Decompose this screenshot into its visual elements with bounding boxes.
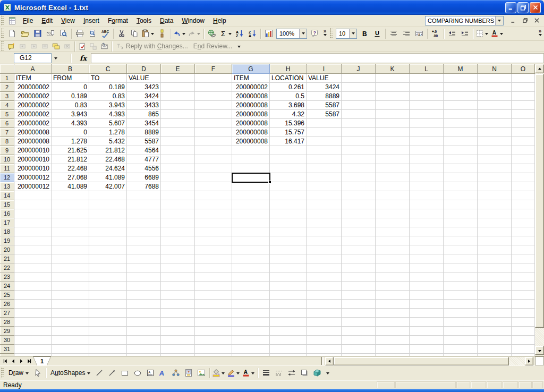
cell-A10[interactable]: 200000010 [14,155,52,164]
cell-A29[interactable] [14,327,52,336]
cell-F2[interactable] [195,83,232,92]
cell-A14[interactable] [14,191,52,200]
cell-G2[interactable]: 200000002 [232,83,270,92]
cell-F10[interactable] [195,155,232,164]
cell-M6[interactable] [444,119,478,128]
cell-C8[interactable]: 5.432 [89,137,127,146]
cell-E30[interactable] [161,336,195,345]
cell-K31[interactable] [376,345,410,354]
cell-B11[interactable]: 22.468 [52,164,89,173]
cell-I12[interactable] [307,173,342,182]
cell-C4[interactable]: 3.943 [89,101,127,110]
cell-C26[interactable] [89,300,127,309]
cell-H30[interactable] [270,336,307,345]
cell-H13[interactable] [270,182,307,191]
cell-E4[interactable] [161,101,195,110]
cell-M27[interactable] [444,309,478,318]
cell-J6[interactable] [342,119,376,128]
format-painter-button[interactable] [156,28,168,40]
cell-A7[interactable]: 200000008 [14,128,52,137]
cell-B27[interactable] [52,309,89,318]
cell-M21[interactable] [444,254,478,263]
cell-E7[interactable] [161,128,195,137]
cell-N30[interactable] [478,336,512,345]
cell-E27[interactable] [161,309,195,318]
cell-I26[interactable] [307,300,342,309]
cell-L24[interactable] [410,282,444,291]
cell-J31[interactable] [342,345,376,354]
cell-H17[interactable] [270,218,307,227]
cell-N9[interactable] [478,146,512,155]
cell-N7[interactable] [478,128,512,137]
cut-button[interactable] [115,28,128,40]
cell-K25[interactable] [376,291,410,300]
cell-F27[interactable] [195,309,232,318]
cell-G23[interactable] [232,272,270,282]
cell-H27[interactable] [270,309,307,318]
question-dropdown-icon[interactable] [495,16,503,25]
cell-K26[interactable] [376,300,410,309]
cell-C15[interactable] [89,200,127,209]
cell-N14[interactable] [478,191,512,200]
zoom-combo[interactable]: 100% [276,29,307,39]
autosum-button[interactable]: Σ [218,28,233,40]
menu-view[interactable]: View [57,15,79,26]
cell-D22[interactable] [127,263,161,272]
cell-G29[interactable] [232,327,270,336]
column-header-C[interactable]: C [89,64,127,74]
new-comment-button[interactable] [6,41,17,52]
menu-grip[interactable] [1,15,4,26]
cell-D11[interactable]: 4556 [127,164,161,173]
cell-N11[interactable] [478,164,512,173]
column-header-M[interactable]: M [444,64,478,74]
borders-button-dropdown-icon[interactable] [484,31,489,37]
fill-color-button-dropdown-icon[interactable] [220,370,226,376]
cell-J22[interactable] [342,263,376,272]
row-header-30[interactable]: 30 [0,336,14,345]
cell-A2[interactable]: 200000002 [14,83,52,92]
cell-M25[interactable] [444,291,478,300]
cell-D5[interactable]: 865 [127,110,161,119]
cell-L23[interactable] [410,272,444,282]
cell-D18[interactable] [127,227,161,236]
name-box[interactable]: G12 [14,53,52,63]
cell-A9[interactable]: 200000010 [14,146,52,155]
cell-H15[interactable] [270,200,307,209]
cell-N16[interactable] [478,209,512,218]
cell-A28[interactable] [14,318,52,327]
cell-J7[interactable] [342,128,376,137]
cell-I31[interactable] [307,345,342,354]
cell-A6[interactable]: 200000002 [14,119,52,128]
cell-O2[interactable] [512,83,535,92]
cell-B15[interactable] [52,200,89,209]
cell-B7[interactable]: 0 [52,128,89,137]
cell-G27[interactable] [232,309,270,318]
font-color-button-dropdown-icon[interactable] [499,31,504,37]
cell-C7[interactable]: 1.278 [89,128,127,137]
restore-button[interactable] [517,2,529,13]
cell-O4[interactable] [512,101,535,110]
cell-M7[interactable] [444,128,478,137]
cell-F20[interactable] [195,245,232,254]
cell-N31[interactable] [478,345,512,354]
email-button[interactable] [44,28,57,40]
cell-K27[interactable] [376,309,410,318]
cell-F5[interactable] [195,110,232,119]
font-color-button[interactable]: A [490,28,505,40]
vertical-scroll-thumb[interactable] [535,74,544,328]
cell-L29[interactable] [410,327,444,336]
row-header-21[interactable]: 21 [0,254,14,263]
cell-C23[interactable] [89,272,127,282]
cell-M31[interactable] [444,345,478,354]
cell-B31[interactable] [52,345,89,354]
cell-I9[interactable] [307,146,342,155]
send-to-review-button[interactable] [88,41,99,52]
insert-picture-button[interactable] [195,367,208,379]
cell-G21[interactable] [232,254,270,263]
redo-button[interactable] [187,28,202,40]
cell-M16[interactable] [444,209,478,218]
column-header-F[interactable]: F [195,64,232,74]
cell-F19[interactable] [195,236,232,245]
cell-K10[interactable] [376,155,410,164]
cell-G31[interactable] [232,345,270,354]
